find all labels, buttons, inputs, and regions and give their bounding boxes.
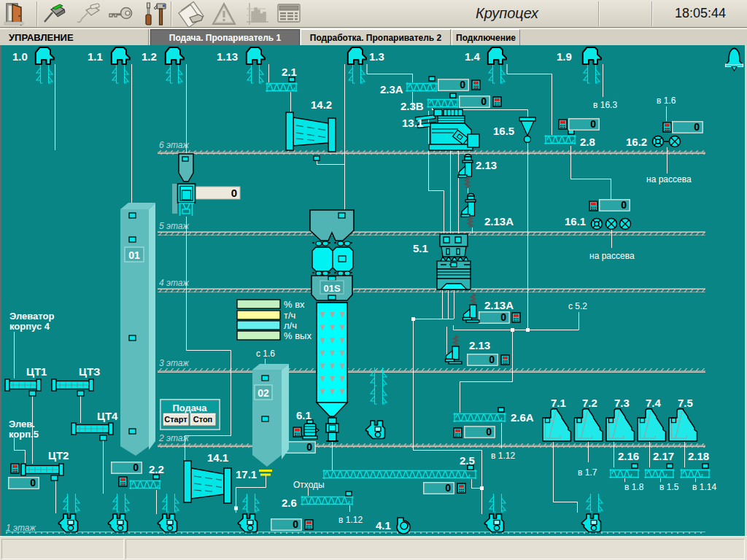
svg-text:5.1: 5.1 [413, 242, 428, 254]
svg-text:Отходы: Отходы [293, 480, 325, 490]
svg-text:2.18: 2.18 [688, 450, 709, 462]
svg-text:2.13A: 2.13A [484, 299, 514, 311]
svg-text:в 1.7: в 1.7 [578, 467, 597, 478]
svg-text:4 этаж: 4 этаж [159, 278, 189, 288]
svg-text:ЦТ4: ЦТ4 [97, 410, 118, 422]
svg-text:1.4: 1.4 [465, 50, 481, 63]
svg-text:в 1.14: в 1.14 [692, 482, 716, 492]
svg-text:2.2: 2.2 [149, 463, 164, 475]
svg-text:0: 0 [694, 121, 700, 133]
svg-text:корп.5: корп.5 [9, 429, 39, 440]
svg-text:3 этаж: 3 этаж [159, 358, 189, 368]
svg-text:17.1: 17.1 [236, 468, 257, 481]
svg-text:2.8: 2.8 [580, 136, 595, 148]
svg-text:на рассева: на рассева [646, 174, 692, 184]
svg-text:2.16: 2.16 [618, 450, 639, 462]
svg-text:в 16.3: в 16.3 [593, 100, 617, 110]
svg-text:16.1: 16.1 [565, 215, 586, 228]
svg-text:ЦТ2: ЦТ2 [48, 449, 69, 462]
svg-text:16.2: 16.2 [626, 136, 647, 148]
svg-text:корпус 4: корпус 4 [9, 321, 50, 332]
svg-text:5 этаж: 5 этаж [159, 221, 189, 231]
svg-text:в 1.12: в 1.12 [491, 451, 515, 461]
svg-text:2.1: 2.1 [282, 66, 297, 78]
svg-text:0: 0 [306, 441, 312, 453]
svg-text:7.5: 7.5 [678, 397, 693, 409]
svg-text:в 1.5: в 1.5 [659, 482, 679, 492]
svg-text:2.3В: 2.3В [400, 100, 424, 112]
svg-text:0: 0 [621, 199, 627, 211]
svg-text:с 1.6: с 1.6 [256, 349, 275, 359]
svg-text:7.2: 7.2 [582, 397, 597, 409]
svg-text:6 этаж: 6 этаж [159, 140, 189, 150]
svg-text:2.6A: 2.6A [511, 411, 534, 424]
svg-text:0: 0 [481, 96, 487, 107]
svg-text:4.1: 4.1 [376, 519, 391, 532]
svg-text:0: 0 [30, 477, 36, 489]
svg-text:0: 0 [486, 426, 492, 438]
svg-text:0: 0 [293, 518, 298, 530]
svg-text:7.1: 7.1 [551, 397, 566, 409]
svg-text:0: 0 [590, 118, 596, 130]
svg-text:в 1.12: в 1.12 [338, 515, 363, 525]
svg-text:2.13: 2.13 [469, 339, 490, 351]
svg-text:2.6: 2.6 [282, 497, 297, 509]
svg-text:Элеватор: Элеватор [9, 311, 54, 322]
svg-text:6.1: 6.1 [296, 409, 311, 421]
svg-text:0: 0 [231, 187, 237, 199]
svg-text:1.3: 1.3 [369, 50, 384, 63]
svg-text:л/ч: л/ч [284, 320, 297, 331]
svg-text:в 1.6: в 1.6 [657, 96, 676, 106]
svg-text:в 1.8: в 1.8 [624, 482, 644, 492]
svg-text:на рассева: на рассева [589, 251, 635, 261]
svg-text:14.1: 14.1 [207, 451, 228, 464]
svg-text:01: 01 [128, 249, 140, 261]
svg-text:02: 02 [258, 387, 269, 399]
svg-text:13.1: 13.1 [402, 117, 423, 129]
svg-text:Старт: Старт [164, 415, 187, 424]
svg-text:% вх: % вх [284, 299, 305, 310]
svg-text:16.5: 16.5 [493, 125, 514, 137]
svg-text:2.3A: 2.3A [380, 83, 403, 96]
svg-text:1.2: 1.2 [142, 50, 157, 63]
svg-text:0: 0 [489, 354, 495, 365]
svg-text:1.13: 1.13 [217, 50, 238, 63]
svg-text:0: 0 [445, 482, 451, 494]
svg-text:7.4: 7.4 [646, 397, 662, 409]
svg-text:7.3: 7.3 [614, 397, 630, 409]
svg-text:0: 0 [500, 311, 506, 323]
svg-text:2.13: 2.13 [476, 159, 497, 171]
svg-text:Элев.: Элев. [9, 419, 35, 429]
svg-text:% вых: % вых [284, 330, 311, 341]
svg-text:0: 0 [460, 79, 465, 90]
svg-text:с 5.2: с 5.2 [568, 301, 587, 311]
svg-text:2.13A: 2.13A [484, 215, 514, 228]
svg-text:2.5: 2.5 [460, 454, 475, 467]
svg-text:Подача: Подача [172, 402, 207, 413]
svg-text:1 этаж: 1 этаж [6, 523, 36, 533]
svg-text:1.0: 1.0 [12, 50, 28, 63]
svg-text:14.2: 14.2 [311, 98, 332, 111]
svg-text:т/ч: т/ч [284, 310, 295, 321]
svg-text:1.9: 1.9 [557, 50, 572, 63]
svg-text:01S: 01S [323, 283, 340, 294]
svg-text:2.17: 2.17 [653, 450, 674, 462]
svg-text:Стоп: Стоп [193, 415, 213, 424]
svg-text:1.1: 1.1 [88, 50, 103, 63]
svg-text:ЦТ1: ЦТ1 [26, 365, 47, 378]
svg-text:ЦТЗ: ЦТЗ [79, 365, 101, 378]
svg-text:0: 0 [133, 462, 139, 473]
